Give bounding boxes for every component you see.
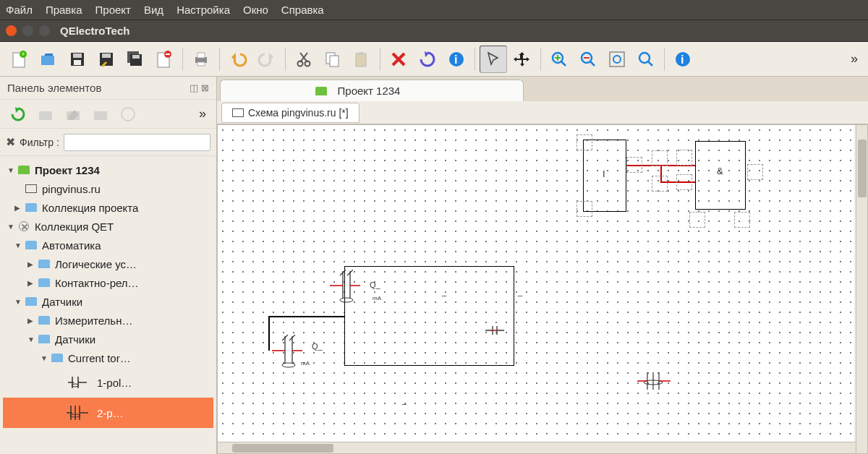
terminal[interactable] bbox=[652, 150, 668, 166]
filter-label: Фильтр : bbox=[20, 137, 59, 148]
panel-new-element-button[interactable] bbox=[116, 102, 140, 127]
elements-tree[interactable]: ▼Проект 1234 pingvinus.ru ▶Коллекция про… bbox=[0, 156, 216, 454]
tree-sensors2[interactable]: ▼Датчики bbox=[3, 330, 213, 348]
tree-current[interactable]: ▼Current tor… bbox=[3, 348, 213, 367]
svg-rect-11 bbox=[132, 55, 140, 59]
menu-edit[interactable]: Правка bbox=[46, 4, 82, 16]
panel-close-icon[interactable]: ⊠ bbox=[201, 82, 209, 93]
menu-project[interactable]: Проект bbox=[95, 4, 131, 16]
panel-new-folder-button[interactable] bbox=[33, 102, 58, 127]
schema-icon bbox=[232, 108, 244, 117]
menu-help[interactable]: Справка bbox=[281, 4, 324, 16]
zoom-in-button[interactable] bbox=[545, 46, 573, 73]
panel-reload-button[interactable] bbox=[6, 102, 30, 127]
small-element[interactable] bbox=[637, 371, 673, 393]
clear-filter-icon[interactable]: ✖ bbox=[6, 135, 15, 149]
component-q1-label: Q_ bbox=[370, 280, 380, 289]
terminal[interactable] bbox=[576, 201, 592, 217]
tree-project[interactable]: ▼Проект 1234 bbox=[3, 160, 213, 179]
terminal[interactable] bbox=[734, 212, 750, 228]
svg-rect-17 bbox=[197, 62, 205, 66]
tree-logic[interactable]: ▶Логические ус… bbox=[3, 254, 213, 273]
canvas-viewport[interactable]: I & bbox=[217, 124, 868, 454]
separator bbox=[182, 48, 183, 71]
tree-contact[interactable]: ▶Контактно-рел… bbox=[3, 273, 213, 292]
filter-input[interactable] bbox=[64, 134, 210, 151]
redo-button[interactable] bbox=[253, 46, 281, 73]
svg-rect-14 bbox=[166, 53, 170, 55]
undo-button[interactable] bbox=[224, 46, 252, 73]
menu-view[interactable]: Вид bbox=[144, 4, 163, 16]
scrollbar-thumb[interactable] bbox=[232, 444, 333, 453]
schematic-canvas[interactable]: I & bbox=[218, 125, 854, 454]
terminal[interactable] bbox=[747, 164, 763, 180]
zoom-reset-button[interactable] bbox=[632, 46, 660, 73]
tree-element-2p[interactable]: 2-p… bbox=[3, 398, 213, 428]
menu-file[interactable]: Файл bbox=[6, 4, 33, 16]
content-area: Проект 1234 Схема pingvinus.ru [*] I & bbox=[217, 77, 868, 454]
wire[interactable] bbox=[268, 316, 270, 351]
svg-point-30 bbox=[639, 53, 650, 63]
tree-element-1pol[interactable]: 1-pol… bbox=[3, 367, 213, 398]
close-button[interactable] bbox=[150, 46, 178, 73]
tree-collection-qet[interactable]: ▼Коллекция QET bbox=[3, 217, 213, 236]
schema-tab[interactable]: Схема pingvinus.ru [*] bbox=[221, 103, 359, 123]
panel-edit-button[interactable] bbox=[61, 102, 85, 127]
zoom-out-button[interactable] bbox=[574, 46, 602, 73]
cut-button[interactable] bbox=[290, 46, 318, 73]
wire[interactable] bbox=[268, 316, 344, 317]
component-q1[interactable] bbox=[330, 270, 380, 313]
about-button[interactable]: i bbox=[669, 46, 697, 73]
save-button[interactable] bbox=[64, 46, 91, 73]
tree-collection-project[interactable]: ▶Коллекция проекта bbox=[3, 198, 213, 217]
move-tool-button[interactable] bbox=[509, 46, 536, 73]
terminal[interactable] bbox=[626, 157, 642, 173]
tree-schema[interactable]: pingvinus.ru bbox=[3, 179, 213, 198]
copy-button[interactable] bbox=[319, 46, 346, 73]
info-button[interactable]: i bbox=[443, 46, 470, 73]
terminal[interactable] bbox=[652, 176, 668, 192]
component-q2[interactable] bbox=[272, 335, 323, 378]
connector[interactable] bbox=[485, 323, 504, 338]
svg-point-29 bbox=[613, 56, 621, 63]
window-minimize-icon[interactable] bbox=[22, 25, 33, 36]
menu-window[interactable]: Окно bbox=[243, 4, 268, 16]
component-q1-unit: mA bbox=[373, 295, 381, 301]
delete-button[interactable] bbox=[385, 46, 412, 73]
horizontal-scrollbar[interactable] bbox=[218, 442, 856, 453]
separator bbox=[475, 48, 475, 71]
toolbar-overflow-icon[interactable]: » bbox=[846, 51, 862, 67]
window-close-icon[interactable] bbox=[6, 25, 17, 36]
terminal[interactable] bbox=[676, 150, 692, 166]
terminal[interactable] bbox=[676, 174, 692, 190]
menu-settings[interactable]: Настройка bbox=[176, 4, 230, 16]
document-tab[interactable]: Проект 1234 bbox=[220, 80, 524, 101]
save-all-button[interactable] bbox=[122, 46, 149, 73]
tree-automation[interactable]: ▼Автоматика bbox=[3, 236, 213, 254]
separator bbox=[219, 48, 220, 71]
terminal[interactable] bbox=[689, 212, 705, 228]
svg-point-39 bbox=[340, 298, 353, 302]
vertical-scrollbar[interactable] bbox=[856, 125, 867, 453]
panel-detach-icon[interactable]: ◫ bbox=[190, 82, 198, 93]
new-button[interactable]: + bbox=[6, 46, 33, 73]
scrollbar-thumb[interactable] bbox=[858, 140, 867, 197]
zoom-fit-button[interactable] bbox=[603, 46, 631, 73]
terminal[interactable] bbox=[576, 134, 592, 150]
panel-delete-button[interactable] bbox=[88, 102, 113, 127]
filter-row: ✖ Фильтр : bbox=[0, 129, 216, 156]
document-tab-label: Проект 1234 bbox=[338, 85, 401, 97]
svg-rect-16 bbox=[197, 53, 205, 58]
open-button[interactable] bbox=[35, 46, 62, 73]
rotate-button[interactable] bbox=[414, 46, 441, 73]
window-maximize-icon[interactable] bbox=[39, 25, 50, 36]
save-as-button[interactable] bbox=[93, 46, 120, 73]
panel-toolbar-overflow-icon[interactable]: » bbox=[195, 106, 210, 121]
paste-button[interactable] bbox=[348, 46, 375, 73]
select-tool-button[interactable] bbox=[480, 46, 507, 73]
tree-measuring[interactable]: ▶Измерительн… bbox=[3, 311, 213, 330]
print-button[interactable] bbox=[187, 46, 215, 73]
svg-rect-33 bbox=[39, 111, 52, 120]
tree-sensors[interactable]: ▼Датчики bbox=[3, 292, 213, 311]
schema-tab-label: Схема pingvinus.ru [*] bbox=[248, 107, 349, 119]
